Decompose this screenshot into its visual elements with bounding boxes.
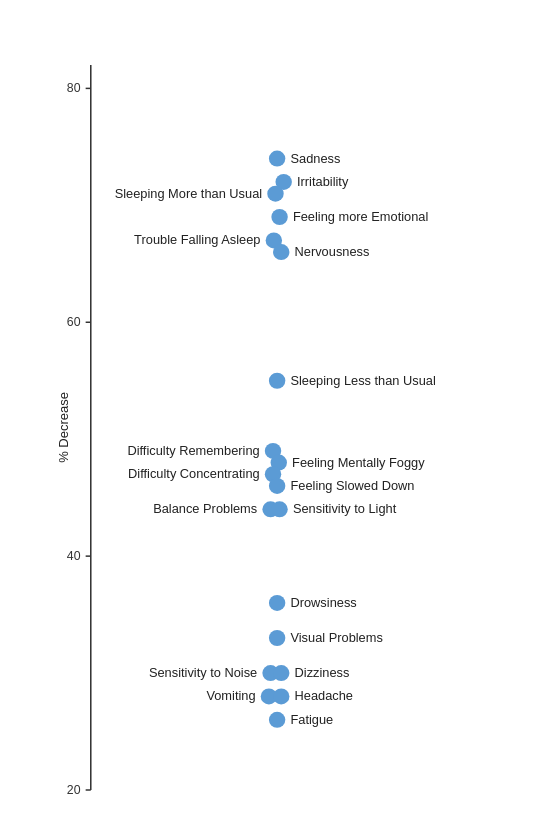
svg-text:Sleeping More than Usual: Sleeping More than Usual [115, 187, 263, 201]
svg-text:Nervousness: Nervousness [295, 245, 370, 259]
svg-text:Feeling more Emotional: Feeling more Emotional [293, 210, 428, 224]
svg-text:Headache: Headache [295, 690, 353, 704]
chart-area: 80604020% DecreaseSadnessIrritabilitySle… [60, 55, 532, 800]
svg-point-36 [269, 595, 285, 611]
svg-text:60: 60 [67, 315, 81, 329]
svg-text:Sensitivity to Light: Sensitivity to Light [293, 502, 397, 516]
svg-text:Difficulty Remembering: Difficulty Remembering [127, 444, 259, 458]
svg-point-14 [267, 186, 283, 202]
svg-point-48 [269, 712, 285, 728]
svg-point-34 [271, 501, 287, 517]
svg-point-22 [269, 373, 285, 389]
chart-title [0, 0, 552, 18]
svg-text:Feeling Slowed Down: Feeling Slowed Down [290, 479, 414, 493]
svg-point-42 [273, 665, 289, 681]
svg-text:Sensitivity to Noise: Sensitivity to Noise [149, 666, 257, 680]
svg-text:Fatigue: Fatigue [290, 713, 333, 727]
svg-point-16 [271, 209, 287, 225]
svg-text:Sleeping Less than Usual: Sleeping Less than Usual [290, 374, 435, 388]
svg-text:Visual Problems: Visual Problems [290, 631, 382, 645]
svg-text:Irritability: Irritability [297, 175, 349, 189]
svg-text:80: 80 [67, 82, 81, 96]
svg-text:20: 20 [67, 783, 81, 797]
svg-text:% Decrease: % Decrease [56, 392, 71, 463]
svg-text:Sadness: Sadness [290, 152, 340, 166]
svg-text:40: 40 [67, 549, 81, 563]
svg-point-46 [273, 688, 289, 704]
svg-point-20 [273, 244, 289, 260]
svg-text:Balance Problems: Balance Problems [153, 502, 257, 516]
svg-text:Dizziness: Dizziness [295, 666, 350, 680]
svg-text:Vomiting: Vomiting [206, 690, 255, 704]
svg-point-30 [269, 478, 285, 494]
svg-text:Difficulty Concentrating: Difficulty Concentrating [128, 467, 260, 481]
svg-point-10 [269, 151, 285, 167]
chart-container: 80604020% DecreaseSadnessIrritabilitySle… [0, 0, 552, 840]
svg-text:Drowsiness: Drowsiness [290, 596, 356, 610]
svg-point-38 [269, 630, 285, 646]
svg-text:Feeling Mentally Foggy: Feeling Mentally Foggy [292, 456, 425, 470]
svg-text:Trouble Falling Asleep: Trouble Falling Asleep [134, 234, 260, 248]
